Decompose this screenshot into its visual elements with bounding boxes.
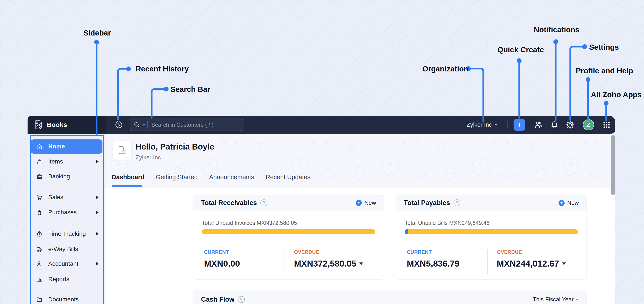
search-bar[interactable] <box>130 119 244 131</box>
total-receivables-card: Total Receivables ? + New Total Unpaid I… <box>193 195 384 280</box>
stat-divider <box>487 249 488 275</box>
sidebar-item-label: Reports <box>48 276 69 283</box>
overdue-dropdown[interactable]: MXN372,580.05 <box>294 259 363 269</box>
card-divider <box>396 244 586 244</box>
tab-getting-started[interactable]: Getting Started <box>156 174 198 185</box>
card-header: Cash Flow ? This Fiscal Year <box>193 290 586 304</box>
current-amount: MXN5,836.79 <box>407 259 460 269</box>
plus-icon: + <box>558 200 564 206</box>
new-payable-button[interactable]: + New <box>558 200 579 206</box>
sidebar-item-label: Banking <box>48 173 70 180</box>
users-icon[interactable] <box>532 116 546 134</box>
expand-arrow-icon <box>96 160 98 164</box>
sidebar-item-items[interactable]: Items <box>30 154 102 169</box>
annotation-organization: Organization <box>422 64 468 73</box>
sidebar-item-documents[interactable]: Documents <box>30 292 102 304</box>
tab-recent-updates[interactable]: Recent Updates <box>266 174 310 185</box>
organization-selector[interactable]: Zylker Inc <box>467 116 498 134</box>
search-input[interactable] <box>151 121 240 128</box>
total-payables-card: Total Payables ? + New Total Unpaid Bill… <box>396 195 587 280</box>
stat-divider <box>284 249 285 275</box>
avatar-letter: Z <box>586 121 590 128</box>
chevron-down-icon <box>576 299 579 301</box>
cart-icon <box>36 194 42 201</box>
fiscal-year-filter[interactable]: This Fiscal Year <box>532 296 579 303</box>
stopwatch-icon <box>36 231 42 237</box>
settings-gear-icon[interactable] <box>563 116 577 134</box>
sidebar-item-label: Items <box>48 158 63 165</box>
zoho-books-window: Books <box>28 116 615 304</box>
truck-icon <box>36 246 42 252</box>
chevron-down-icon <box>562 263 566 265</box>
payables-progress-blue-segment <box>405 229 408 234</box>
filter-label: This Fiscal Year <box>532 296 574 303</box>
sidebar-item-label: Accountant <box>48 260 78 267</box>
main-content: Hello, Patricia Boyle Zylker Inc Dashboa… <box>106 134 615 304</box>
vertical-scrollbar[interactable] <box>611 135 615 195</box>
unpaid-summary-text: Total Unpaid Invoices MXN372,580.05 <box>202 220 297 226</box>
active-tab-underline <box>112 185 142 187</box>
topbar-divider <box>507 121 508 128</box>
brand-block: Books <box>28 116 106 134</box>
sidebar-item-label: Sales <box>48 194 63 201</box>
overdue-label: OVERDUE <box>497 249 522 255</box>
annotation-recent-history: Recent History <box>136 64 189 73</box>
screenshot-canvas: Books <box>0 0 644 304</box>
card-header: Total Receivables ? + New <box>193 195 384 211</box>
help-icon[interactable]: ? <box>260 199 267 206</box>
expand-arrow-icon <box>96 195 98 199</box>
sidebar-item-accountant[interactable]: Accountant <box>30 257 102 271</box>
unpaid-summary-text: Total Unpaid Bills MXN249,849.46 <box>405 220 490 226</box>
sidebar-item-sales[interactable]: Sales <box>30 190 102 204</box>
tab-announcements[interactable]: Announcements <box>209 174 254 185</box>
sidebar-item-reports[interactable]: Reports <box>30 272 102 286</box>
overdue-label: OVERDUE <box>294 249 319 255</box>
cash-flow-card: Cash Flow ? This Fiscal Year <box>193 290 587 304</box>
app-title: Books <box>47 121 67 128</box>
notifications-bell-icon[interactable] <box>548 116 561 134</box>
sidebar-item-label: Home <box>48 143 65 150</box>
search-separator <box>148 121 148 128</box>
help-icon[interactable]: ? <box>238 296 245 303</box>
sidebar-item-label: Time Tracking <box>48 230 86 237</box>
card-title: Total Receivables <box>201 199 257 207</box>
sidebar-item-banking[interactable]: Banking <box>30 169 102 184</box>
search-scope-chevron-icon[interactable] <box>142 124 145 126</box>
top-navigation-bar: Books <box>28 116 615 134</box>
current-label: CURRENT <box>204 249 229 255</box>
receivables-progress-bar <box>202 229 375 234</box>
annotation-notifications: Notifications <box>534 25 580 34</box>
card-title: Total Payables <box>404 199 450 207</box>
dashboard-tabs: Dashboard Getting Started Announcements … <box>112 174 310 185</box>
current-label: CURRENT <box>407 249 432 255</box>
tab-dashboard[interactable]: Dashboard <box>112 174 144 185</box>
sidebar: Home Items Banking <box>28 134 106 304</box>
recent-history-icon[interactable] <box>112 116 126 134</box>
items-bag-icon <box>36 158 42 165</box>
card-header: Total Payables ? + New <box>396 195 586 211</box>
all-apps-grid-icon[interactable] <box>600 116 614 134</box>
organization-logo-card <box>112 141 132 160</box>
welcome-banner: Hello, Patricia Boyle Zylker Inc Dashboa… <box>106 134 615 188</box>
annotation-settings: Settings <box>589 43 619 51</box>
home-icon <box>36 143 42 150</box>
annotation-all-zoho-apps: All Zoho Apps <box>591 90 642 99</box>
overdue-dropdown[interactable]: MXN244,012.67 <box>497 259 566 269</box>
profile-avatar[interactable]: Z <box>582 116 594 134</box>
bar-chart-icon <box>36 276 42 283</box>
search-icon <box>134 122 140 128</box>
payables-progress-bar <box>405 229 578 234</box>
person-star-icon <box>36 261 42 267</box>
sidebar-item-eway-bills[interactable]: e-Way Bills <box>30 242 102 256</box>
plus-icon: + <box>517 120 522 130</box>
annotation-quick-create: Quick Create <box>498 45 544 54</box>
help-icon[interactable]: ? <box>454 199 460 206</box>
sidebar-item-purchases[interactable]: Purchases <box>30 205 102 220</box>
sidebar-item-time-tracking[interactable]: Time Tracking <box>30 227 102 241</box>
sidebar-item-home[interactable]: Home <box>30 139 102 154</box>
quick-create-button[interactable]: + <box>514 119 525 131</box>
sidebar-item-label: Documents <box>48 296 79 303</box>
expand-arrow-icon <box>96 262 98 266</box>
organization-name: Zylker Inc <box>467 122 492 128</box>
new-receivable-button[interactable]: + New <box>356 200 376 206</box>
